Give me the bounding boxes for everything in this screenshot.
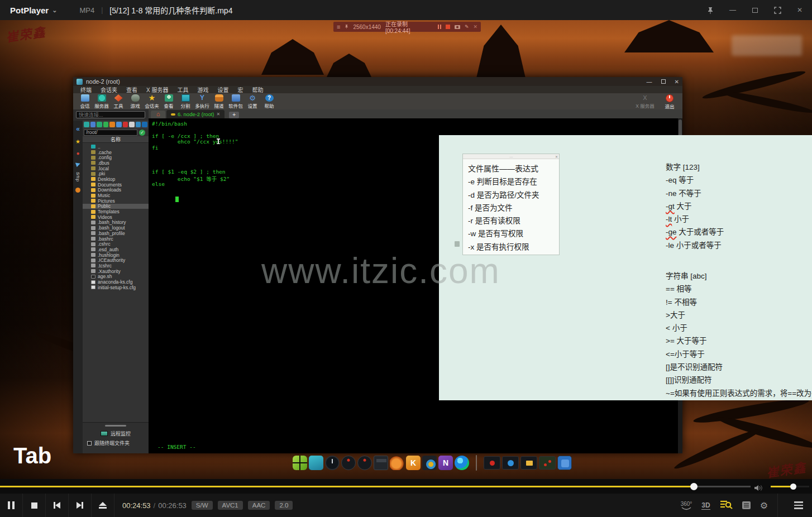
sidebar-tool-icon[interactable]	[142, 122, 147, 127]
playlist-toggle-button[interactable]	[787, 501, 810, 509]
collapse-sidebar-icon[interactable]: «	[76, 125, 80, 133]
seekbar-knob[interactable]	[690, 483, 698, 490]
file-row[interactable]: .config	[83, 155, 149, 160]
file-row[interactable]: .bash_profile	[83, 231, 149, 236]
volume-knob[interactable]	[790, 484, 796, 490]
edge-browser-icon[interactable]	[455, 456, 469, 470]
sftp-tab-label[interactable]: Sftp	[75, 172, 80, 182]
menu-item[interactable]: 工具	[173, 85, 192, 94]
sidebar-tool-icon[interactable]	[90, 122, 96, 127]
fullscreen-button[interactable]	[773, 6, 782, 15]
toolbar-button[interactable]: 工具	[110, 94, 127, 109]
file-row[interactable]: .bash_history	[83, 220, 149, 226]
menu-item[interactable]: 宏	[233, 85, 247, 94]
file-row[interactable]: .local	[83, 166, 149, 171]
pin-icon[interactable]	[706, 6, 715, 15]
new-tab-button[interactable]: +	[229, 112, 239, 118]
maximize-button[interactable]	[751, 6, 760, 15]
file-row[interactable]: .cache	[83, 150, 149, 155]
file-row[interactable]: Templates	[83, 209, 149, 214]
menu-item[interactable]: X 服务器	[142, 85, 172, 94]
dock-preview-player[interactable]	[502, 456, 519, 470]
toolbar-button[interactable]: Y 多执行	[194, 94, 211, 109]
sidebar-tool-icon[interactable]	[129, 122, 135, 127]
toolbar-button[interactable]: ? 帮助	[261, 94, 278, 109]
sidebar-tool-icon[interactable]	[136, 122, 141, 127]
toolbar-button[interactable]: ⚙ 设置	[244, 94, 261, 109]
menu-item[interactable]: 设置	[213, 85, 232, 94]
file-row[interactable]: Downloads	[83, 188, 149, 193]
file-row[interactable]: .hushlogin	[83, 252, 149, 258]
recorder-pause-button[interactable]	[438, 25, 441, 29]
path-input[interactable]	[84, 130, 137, 136]
minimize-button[interactable]: —	[728, 6, 737, 15]
moba-maximize-button[interactable]	[661, 79, 666, 85]
sidebar-tool-icon[interactable]	[116, 122, 122, 127]
stop-button[interactable]	[23, 494, 46, 517]
toolbar-button[interactable]: 查看	[160, 94, 177, 109]
remote-monitor-button[interactable]: 远程监控	[83, 429, 149, 438]
file-row[interactable]: anaconda-ks.cfg	[83, 279, 149, 285]
flame-app-icon[interactable]	[390, 456, 404, 470]
previous-button[interactable]	[46, 494, 69, 517]
seekbar-progress[interactable]	[0, 486, 694, 487]
view-3d-button[interactable]: 3D	[701, 501, 710, 510]
menu-item[interactable]: 终端	[77, 85, 95, 94]
paint-app-icon[interactable]	[422, 456, 437, 470]
note-box-close-icon[interactable]: ✕	[555, 155, 558, 159]
file-row[interactable]: .ICEauthority	[83, 257, 149, 263]
file-row[interactable]: age.sh	[83, 274, 149, 280]
dock-preview-map[interactable]	[539, 456, 556, 470]
file-row[interactable]: Pictures	[83, 198, 149, 204]
home-tab[interactable]: ⌂	[151, 111, 165, 118]
xserver-button[interactable]: X X 服务器	[637, 94, 653, 109]
file-row[interactable]: .dbus	[83, 160, 149, 166]
macros-tab-icon[interactable]	[75, 161, 80, 167]
menu-item[interactable]: 帮助	[248, 85, 267, 94]
tools-tab-icon[interactable]: ●	[76, 150, 79, 156]
seekbar-remaining[interactable]	[694, 486, 751, 487]
recorder-pencil-icon[interactable]: ✎	[465, 24, 469, 30]
speaker-icon[interactable]	[754, 484, 763, 494]
file-row[interactable]: Desktop	[83, 176, 149, 182]
file-row[interactable]: .pki	[83, 171, 149, 176]
file-row[interactable]: initial-setup-ks.cfg	[83, 285, 149, 290]
notes-panel[interactable]: ⋯ ✕ 文件属性——表达式 -e 判断目标是否存在	[439, 135, 812, 400]
recorder-stop-button[interactable]	[446, 25, 450, 29]
menu-item[interactable]: 查看	[122, 85, 141, 94]
name-column-header[interactable]: 名称	[83, 136, 149, 143]
dock-preview-app[interactable]	[557, 456, 572, 470]
recorder-screenshot-icon[interactable]	[455, 24, 460, 30]
display-app-icon[interactable]	[309, 456, 323, 470]
sidebar-tool-icon[interactable]	[97, 122, 102, 127]
file-row[interactable]: ..	[83, 144, 149, 150]
file-row[interactable]: .Xauthority	[83, 269, 149, 274]
recorder-menu-icon[interactable]: ≡	[337, 23, 340, 30]
next-button[interactable]	[69, 494, 92, 517]
app-menu-button[interactable]: PotPlayer ⌄	[10, 6, 57, 15]
path-confirm-icon[interactable]: ✓	[139, 130, 145, 136]
quick-connect-input[interactable]	[76, 111, 145, 118]
toolbar-button[interactable]: ★ 会话夹	[144, 94, 160, 109]
moba-close-button[interactable]: ✕	[675, 79, 679, 85]
close-button[interactable]: ✕	[795, 6, 804, 15]
k-app-icon[interactable]: K	[406, 456, 421, 470]
file-row[interactable]: .esd_auth	[83, 247, 149, 252]
gear-icon[interactable]: ⚙	[760, 500, 768, 511]
toolbar-button[interactable]: 游戏	[127, 94, 144, 109]
log-panel-icon[interactable]	[742, 501, 751, 509]
menu-item[interactable]: 游戏	[193, 85, 212, 94]
mobaxterm-titlebar[interactable]: node-2 (root) — ✕	[73, 77, 682, 86]
sidebar-tool-icon[interactable]	[84, 122, 89, 127]
horizontal-scrollbar[interactable]	[105, 425, 126, 427]
dock-preview-recorder[interactable]	[484, 456, 500, 470]
sessions-tab-icon[interactable]: ★	[75, 138, 80, 145]
toolbar-button[interactable]: 隧道	[211, 94, 227, 109]
file-row[interactable]: .bash_logout	[83, 225, 149, 231]
dock-preview-folder[interactable]	[520, 456, 537, 470]
pause-button[interactable]	[0, 494, 23, 517]
sidebar-tool-icon[interactable]	[123, 122, 128, 127]
file-row[interactable]: Videos	[83, 214, 149, 220]
sidebar-tool-icon[interactable]	[103, 122, 109, 127]
recorder-pin-icon[interactable]	[345, 24, 348, 30]
